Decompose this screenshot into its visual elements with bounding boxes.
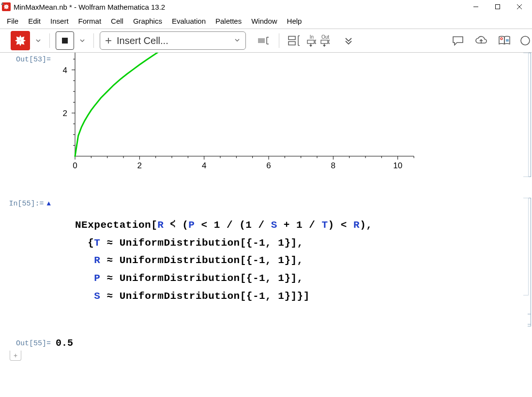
in-label: In: [310, 34, 314, 40]
out-label: Out: [321, 34, 329, 40]
svg-point-27: [501, 38, 502, 40]
abort-dropdown[interactable]: [77, 32, 88, 49]
out55-value: 0.5: [56, 338, 73, 349]
move-to-out-button[interactable]: Out: [320, 34, 331, 47]
svg-text:0: 0: [73, 161, 77, 170]
menu-insert[interactable]: Insert: [46, 15, 74, 27]
out53-label: Out[53]=: [0, 54, 56, 64]
cloud-upload-button[interactable]: [472, 31, 490, 50]
toolbar: ▴ + Insert Cell... In Out: [0, 29, 532, 53]
evaluate-button[interactable]: [11, 31, 30, 50]
svg-text:2: 2: [137, 161, 142, 170]
insert-cell-label: Insert Cell...: [117, 35, 168, 46]
menu-format[interactable]: Format: [74, 15, 106, 27]
move-to-in-button[interactable]: In: [306, 34, 317, 47]
more-button[interactable]: [518, 31, 529, 50]
svg-text:4: 4: [202, 161, 206, 170]
menu-help[interactable]: Help: [282, 15, 307, 27]
menu-evaluation[interactable]: Evaluation: [167, 15, 211, 27]
svg-rect-20: [258, 38, 265, 43]
svg-text:4: 4: [63, 66, 67, 75]
menu-edit[interactable]: Edit: [23, 15, 46, 27]
svg-rect-28: [506, 39, 509, 42]
svg-marker-26: [323, 45, 326, 47]
cell-brackets[interactable]: [522, 53, 532, 397]
output-format-button[interactable]: [255, 31, 273, 50]
menubar: File Edit Insert Format Cell Graphics Ev…: [0, 14, 532, 29]
documentation-button[interactable]: [495, 31, 514, 50]
abort-button[interactable]: [56, 31, 74, 50]
evaluate-dropdown[interactable]: [33, 32, 44, 49]
svg-text:6: 6: [266, 161, 271, 170]
collapse-marker-icon[interactable]: ▴: [1, 0, 4, 6]
minimize-button[interactable]: [465, 0, 486, 14]
svg-rect-21: [289, 36, 295, 40]
svg-text:2: 2: [63, 109, 67, 118]
chat-button[interactable]: [449, 31, 467, 50]
maximize-button[interactable]: [486, 0, 508, 14]
expand-down-button[interactable]: [339, 31, 358, 50]
svg-text:8: 8: [331, 161, 335, 170]
new-cell-button[interactable]: +: [10, 351, 21, 361]
insert-cell-combo[interactable]: + Insert Cell...: [100, 31, 246, 50]
svg-text:10: 10: [393, 161, 402, 170]
cell-group-button[interactable]: [285, 31, 304, 50]
window-title: MinMaxMean.nb * - Wolfram Mathematica 13…: [14, 3, 165, 11]
out53-plot: 024681024: [56, 53, 414, 175]
svg-rect-25: [321, 40, 328, 44]
svg-point-29: [521, 36, 530, 45]
in55-code[interactable]: NExpectation[R ⧼ (P < 1 / (1 / S + 1 / T…: [75, 199, 522, 323]
svg-rect-23: [307, 40, 314, 44]
svg-rect-22: [289, 42, 295, 45]
chevron-down-icon: [234, 37, 241, 45]
svg-marker-24: [309, 45, 312, 47]
out55-label: Out[55]=: [0, 338, 56, 348]
notebook-area[interactable]: Out[53]= 024681024 In[55]:=▲ NExpectatio…: [0, 53, 532, 397]
menu-graphics[interactable]: Graphics: [128, 15, 167, 27]
close-button[interactable]: [508, 0, 530, 14]
menu-palettes[interactable]: Palettes: [211, 15, 246, 27]
in55-label: In[55]:=: [9, 200, 44, 208]
plus-icon: +: [105, 35, 112, 46]
menu-cell[interactable]: Cell: [106, 15, 128, 27]
titlebar: MinMaxMean.nb * - Wolfram Mathematica 13…: [0, 0, 532, 14]
menu-file[interactable]: File: [2, 15, 23, 27]
caret-up-icon: ▲: [44, 200, 51, 207]
menu-window[interactable]: Window: [246, 15, 282, 27]
svg-rect-9: [495, 5, 500, 9]
